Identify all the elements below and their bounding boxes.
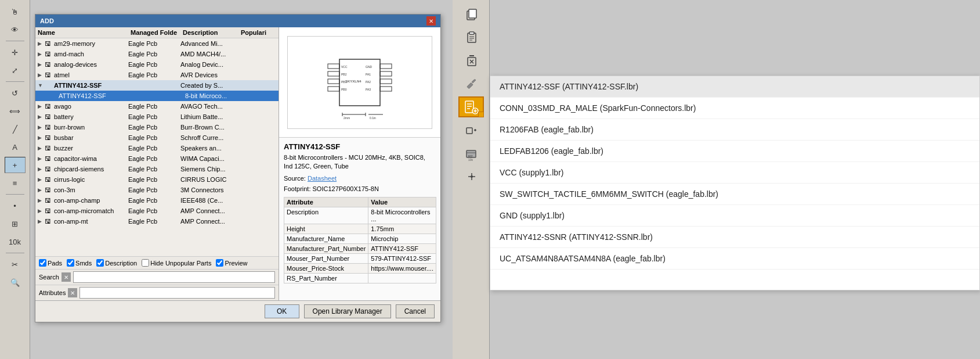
item-name: busbar bbox=[54, 134, 128, 141]
library-list-scroll[interactable]: ▶ 🖫 am29-memory Eagle Pcb Advanced Mi...… bbox=[35, 38, 279, 256]
dropdown-item-sw-switch[interactable]: SW_SWITCH_TACTILE_6MM6MM_SWITCH (eagle_f… bbox=[490, 184, 979, 205]
item-expand-arrow: ▶ bbox=[38, 187, 45, 193]
dropdown-item-r1206fab[interactable]: R1206FAB (eagle_fab.lbr) bbox=[490, 119, 979, 141]
item-managed: Eagle Pcb bbox=[128, 134, 180, 141]
tool-wire[interactable]: ╱ bbox=[5, 121, 26, 137]
delete-button[interactable] bbox=[458, 50, 484, 71]
hide-unpopular-checkbox[interactable] bbox=[142, 259, 149, 267]
tool-junction[interactable]: • bbox=[5, 198, 26, 214]
open-library-manager-button[interactable]: Open Library Manager bbox=[304, 304, 391, 318]
svg-rect-3 bbox=[328, 79, 339, 84]
dropdown-item-gnd[interactable]: GND (supply1.lbr) bbox=[490, 205, 979, 227]
add-junction-button[interactable] bbox=[458, 166, 484, 187]
item-expand-arrow: ▶ bbox=[38, 177, 45, 182]
tool-pointer[interactable]: 🖱 bbox=[5, 3, 26, 20]
list-item[interactable]: ▶ 🖫 cirrus-logic Eagle Pcb CIRRUS LOGIC bbox=[35, 174, 279, 185]
item-expand-arrow: ▶ bbox=[38, 62, 45, 67]
list-item[interactable]: ▶ 🖫 burr-brown Eagle Pcb Burr-Brown C... bbox=[35, 122, 279, 132]
list-item[interactable]: ▶ 🖫 buzzer Eagle Pcb Speakers an... bbox=[35, 143, 279, 153]
dropdown-item-ledfab1206[interactable]: LEDFAB1206 (eagle_fab.lbr) bbox=[490, 141, 979, 162]
svg-text:PA2: PA2 bbox=[366, 80, 371, 84]
item-name: avago bbox=[54, 103, 128, 110]
right-main-area: ATTINY412-SSF (ATTINY412-SSF.lbr) CONN_0… bbox=[490, 0, 980, 359]
search-input[interactable] bbox=[73, 271, 275, 283]
recent-components-dropdown[interactable]: ATTINY412-SSF (ATTINY412-SSF.lbr) CONN_0… bbox=[490, 76, 980, 290]
tool-rotate[interactable]: ↺ bbox=[5, 85, 26, 101]
preview-checkbox[interactable] bbox=[216, 259, 223, 267]
package-button[interactable]: R2 10k bbox=[458, 143, 484, 164]
smds-checkbox[interactable] bbox=[67, 259, 74, 267]
properties-button[interactable] bbox=[458, 73, 484, 94]
item-expand-arrow: ▶ bbox=[38, 114, 45, 120]
tool-mirror[interactable]: ⟺ bbox=[5, 103, 26, 119]
list-item[interactable]: ▶ 🖫 busbar Eagle Pcb Schroff Curre... bbox=[35, 132, 279, 143]
list-item[interactable]: ▶ 🖫 am29-memory Eagle Pcb Advanced Mi... bbox=[35, 38, 279, 49]
attributes-input[interactable] bbox=[79, 287, 275, 299]
attr-value bbox=[368, 273, 436, 283]
svg-point-52 bbox=[471, 175, 473, 178]
source-link[interactable]: Datasheet bbox=[308, 175, 337, 182]
dropdown-item-uc-atsam[interactable]: UC_ATSAM4N8AATSAM4N8A (eagle_fab.lbr) bbox=[490, 248, 979, 270]
description-checkbox[interactable] bbox=[96, 259, 104, 267]
dropdown-item-vcc[interactable]: VCC (supply1.lbr) bbox=[490, 162, 979, 184]
attributes-table: Attribute Value Description 8-bit Microc… bbox=[284, 197, 436, 283]
add-part-button[interactable] bbox=[458, 96, 484, 117]
list-item[interactable]: ▶ 🖫 battery Eagle Pcb Lithium Batte... bbox=[35, 112, 279, 122]
tool-search[interactable]: 🔍 bbox=[5, 274, 26, 290]
list-item[interactable]: ▶ 🖫 analog-devices Eagle Pcb Analog Devi… bbox=[35, 59, 279, 70]
filter-row: Pads Smds Description Hide Unpopular Par… bbox=[35, 256, 279, 269]
list-item[interactable]: ▶ 🖫 con-amp-micromatch Eagle Pcb AMP Con… bbox=[35, 206, 279, 216]
attr-name: RS_Part_Number bbox=[284, 273, 368, 283]
filter-pads[interactable]: Pads bbox=[39, 259, 62, 267]
list-item[interactable]: ▶ 🖫 con-amp-champ Eagle Pcb IEEE488 (Ce.… bbox=[35, 195, 279, 206]
item-managed: Eagle Pcb bbox=[128, 124, 180, 131]
filter-description[interactable]: Description bbox=[96, 259, 137, 267]
list-item[interactable]: ▶ 🖫 con-amp-mt Eagle Pcb AMP Connect... bbox=[35, 216, 279, 227]
tool-label[interactable]: ⊞ bbox=[5, 216, 26, 232]
search-clear-button[interactable]: ✕ bbox=[62, 272, 71, 282]
tool-net[interactable]: ≡ bbox=[5, 175, 26, 191]
component-name: ATTINY412-SSF bbox=[284, 142, 436, 151]
svg-text:VCC: VCC bbox=[341, 65, 348, 69]
tool-text[interactable]: A bbox=[5, 139, 26, 155]
table-row: RS_Part_Number bbox=[284, 273, 436, 283]
attr-value: 1.75mm bbox=[368, 224, 436, 234]
attr-col-header-value: Value bbox=[368, 197, 436, 207]
list-item[interactable]: ▶ 🖫 atmel Eagle Pcb AVR Devices bbox=[35, 70, 279, 80]
item-folder-icon: 🖫 bbox=[45, 61, 54, 68]
dropdown-item-attiny412ssnr[interactable]: ATTINY412-SSNR (ATTINY412-SSNR.lbr) bbox=[490, 227, 979, 248]
tool-bus[interactable]: 10k bbox=[5, 234, 26, 250]
add-net-button[interactable] bbox=[458, 120, 484, 141]
filter-smds[interactable]: Smds bbox=[67, 259, 92, 267]
dropdown-item-attiny412ssf[interactable]: ATTINY412-SSF (ATTINY412-SSF.lbr) bbox=[490, 76, 979, 98]
list-item[interactable]: ▶ 🖫 con-3m Eagle Pcb 3M Connectors bbox=[35, 185, 279, 195]
list-item-attiny-parent[interactable]: ▼ ATTINY412-SSF Created by S... bbox=[35, 80, 279, 91]
tool-eye[interactable]: 👁 bbox=[5, 21, 26, 38]
tool-copy[interactable]: ⤢ bbox=[5, 62, 26, 78]
list-item[interactable]: ▶ 🖫 avago Eagle Pcb AVAGO Tech... bbox=[35, 101, 279, 112]
dialog-close-button[interactable]: ✕ bbox=[426, 16, 436, 26]
list-item[interactable]: ▶ 🖫 amd-mach Eagle Pcb AMD MACH4/... bbox=[35, 49, 279, 59]
ok-button[interactable]: OK bbox=[265, 304, 299, 318]
svg-rect-8 bbox=[380, 87, 392, 91]
tool-add[interactable]: + bbox=[5, 157, 26, 173]
list-item[interactable]: ▶ 🖫 chipcard-siemens Eagle Pcb Siemens C… bbox=[35, 164, 279, 174]
svg-text:PB0: PB0 bbox=[341, 88, 347, 91]
pads-checkbox[interactable] bbox=[39, 259, 46, 267]
item-name: atmel bbox=[54, 71, 128, 78]
attributes-clear-button[interactable]: ✕ bbox=[68, 288, 77, 297]
dropdown-item-conn03smd[interactable]: CONN_03SMD_RA_MALE (SparkFun-Connectors.… bbox=[490, 98, 979, 119]
filter-preview[interactable]: Preview bbox=[216, 259, 247, 267]
tool-delete[interactable]: ✂ bbox=[5, 256, 26, 272]
cancel-button[interactable]: Cancel bbox=[396, 304, 435, 318]
filter-hide-unpopular[interactable]: Hide Unpopular Parts bbox=[142, 259, 211, 267]
list-item[interactable]: ▶ 🖫 capacitor-wima Eagle Pcb WIMA Capaci… bbox=[35, 153, 279, 164]
list-item-attiny-selected[interactable]: ATTINY412-SSF 8-bit Microco... bbox=[35, 91, 279, 101]
svg-text:GND: GND bbox=[366, 65, 373, 69]
right-panel: R2 10k ATTINY412-SSF (ATTINY412-SSF.lbr)… bbox=[453, 0, 980, 359]
item-name: am29-memory bbox=[54, 40, 128, 47]
paste-button[interactable] bbox=[458, 27, 484, 48]
tool-move[interactable]: ✛ bbox=[5, 44, 26, 60]
copy-button[interactable] bbox=[458, 3, 484, 24]
item-expand-arrow: ▶ bbox=[38, 41, 45, 46]
